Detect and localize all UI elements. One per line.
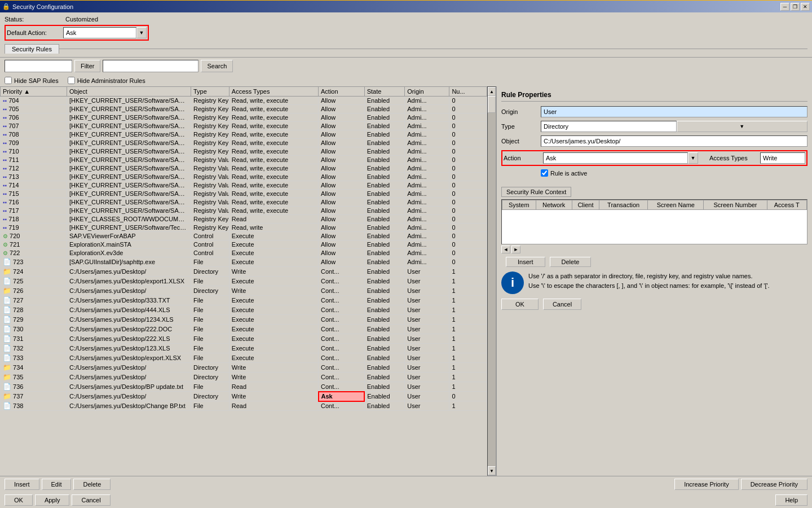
col-action[interactable]: Action <box>319 87 365 97</box>
access-types-input[interactable] <box>760 152 805 164</box>
table-row[interactable]: 📁 726C:/Users/james.yu/Desktop/Directory… <box>1 286 487 296</box>
table-row[interactable]: ▪▪ 711[HKEY_CURRENT_USER/Software/SAP/Kn… <box>1 156 487 164</box>
cell-action: Allow <box>319 147 365 156</box>
table-row[interactable]: 📄 725C:/Users/james.yu/Desktop/export1.X… <box>1 277 487 286</box>
hide-sap-label: Hide SAP Rules <box>14 77 59 84</box>
cell-action: Allow <box>319 249 365 257</box>
title-bar-left: 🔒 Security Configuration <box>2 3 73 10</box>
table-scrollbar[interactable]: ▲ ▼ <box>487 86 496 476</box>
col-object[interactable]: Object <box>67 87 191 97</box>
table-row[interactable]: ▪▪ 719[HKEY_CURRENT_USER/Software/Techni… <box>1 224 487 232</box>
search-button[interactable]: Search <box>201 60 233 72</box>
table-row[interactable]: ▪▪ 704[HKEY_CURRENT_USER/Software/SAP/In… <box>1 97 487 105</box>
hide-sap-checkbox-label[interactable]: Hide SAP Rules <box>5 77 59 84</box>
table-row[interactable]: 📄 723[SAP.GUIInstallDir]/saphttp.exeFile… <box>1 257 487 267</box>
table-row[interactable]: ⚙ 720SAP.VEViewerForABAPControlExecuteAl… <box>1 232 487 240</box>
object-input[interactable] <box>541 135 807 147</box>
table-row[interactable]: ▪▪ 710[HKEY_CURRENT_USER/Software/SAP/IW… <box>1 147 487 156</box>
cell-origin: User <box>405 325 449 334</box>
table-row[interactable]: 📁 734C:/Users/james.yu/Desktop/Directory… <box>1 363 487 373</box>
table-row[interactable]: ▪▪ 718[HKEY_CLASSES_ROOT/WWDOCUMENT]Regi… <box>1 215 487 224</box>
table-row[interactable]: ▪▪ 712[HKEY_CURRENT_USER/Software/SAP/Kn… <box>1 164 487 173</box>
table-row[interactable]: ▪▪ 714[HKEY_CURRENT_USER/Software/SAP/IW… <box>1 181 487 190</box>
action-row: Action ▼ Access Types <box>501 150 807 166</box>
table-row[interactable]: 📄 730C:/Users/james.yu/Desktop/222.DOCFi… <box>1 325 487 334</box>
table-row[interactable]: ▪▪ 707[HKEY_CURRENT_USER/Software/SAP/Kn… <box>1 122 487 130</box>
cell-state: Enabled <box>364 198 405 207</box>
hide-admin-checkbox[interactable] <box>68 77 75 84</box>
table-row[interactable]: 📄 733C:/Users/james.yu/Desktop/export.XL… <box>1 353 487 363</box>
search-input[interactable] <box>103 60 198 72</box>
increase-priority-btn[interactable]: Increase Priority <box>674 479 738 490</box>
table-row[interactable]: ▪▪ 713[HKEY_CURRENT_USER/Software/SAP/Kn… <box>1 173 487 181</box>
scroll-thumb[interactable] <box>488 96 496 113</box>
action-input[interactable] <box>543 152 688 164</box>
table-row[interactable]: 📁 737C:/Users/james.yu/Desktop/Directory… <box>1 392 487 401</box>
type-dropdown-btn[interactable]: ▼ <box>677 121 808 132</box>
action-dropdown-btn[interactable]: ▼ <box>688 152 698 164</box>
table-scroll[interactable]: Priority ▲ Object Type Access Types Acti… <box>0 86 487 476</box>
info-text-line1: Use '/' as a path separator in directory… <box>528 271 770 281</box>
table-row[interactable]: 📄 736C:/Users/james.yu/Desktop/BP update… <box>1 382 487 392</box>
table-row[interactable]: ▪▪ 706[HKEY_CURRENT_USER/Software/SAP/IW… <box>1 113 487 122</box>
context-table-wrap[interactable]: System Network Client Transaction Screen… <box>501 199 807 244</box>
context-scroll-left-btn[interactable]: ◄ <box>501 246 510 253</box>
table-row[interactable]: ⚙ 722ExplorationX.ev3deControlExecuteAll… <box>1 249 487 257</box>
col-origin[interactable]: Origin <box>405 87 449 97</box>
scroll-up-btn[interactable]: ▲ <box>488 87 496 96</box>
cell-origin: Admi... <box>405 156 449 164</box>
ok-panel-btn[interactable]: OK <box>501 299 539 310</box>
table-row[interactable]: 📄 731C:/Users/james.yu/Desktop/222.XLSFi… <box>1 334 487 344</box>
insert-btn[interactable]: Insert <box>5 479 39 490</box>
type-input[interactable] <box>541 121 677 132</box>
context-scroll-right-btn[interactable]: ► <box>511 246 520 253</box>
table-row[interactable]: 📁 724C:/Users/james.yu/Desktop/Directory… <box>1 267 487 277</box>
cancel-panel-btn[interactable]: Cancel <box>543 299 581 310</box>
origin-input[interactable] <box>541 106 807 117</box>
table-row[interactable]: ▪▪ 705[HKEY_CURRENT_USER/Software/SAP/Kn… <box>1 105 487 113</box>
col-num[interactable]: Nu... <box>449 87 487 97</box>
hide-sap-checkbox[interactable] <box>5 77 12 84</box>
filter-input[interactable] <box>5 60 72 72</box>
minimize-button[interactable]: ─ <box>780 3 789 11</box>
cell-priority: ⚙ 722 <box>1 249 67 257</box>
default-action-input[interactable] <box>63 27 136 38</box>
cancel-main-btn[interactable]: Cancel <box>72 494 110 506</box>
cell-state: Enabled <box>364 122 405 130</box>
table-row[interactable]: ▪▪ 716[HKEY_CURRENT_USER/Software/SAP/In… <box>1 198 487 207</box>
default-action-dropdown-btn[interactable]: ▼ <box>136 27 147 38</box>
restore-button[interactable]: ❐ <box>791 3 800 11</box>
cell-access: Execute <box>229 232 318 240</box>
table-row[interactable]: 📄 727C:/Users/james.yu/Desktop/333.TXTFi… <box>1 296 487 305</box>
col-priority[interactable]: Priority ▲ <box>1 87 67 97</box>
table-row[interactable]: 📄 738C:/Users/james.yu/Desktop/Change BP… <box>1 401 487 411</box>
tab-security-rules[interactable]: Security Rules <box>5 44 59 54</box>
apply-main-btn[interactable]: Apply <box>35 494 70 506</box>
rule-active-checkbox[interactable] <box>541 169 548 177</box>
col-state[interactable]: State <box>364 87 405 97</box>
col-type[interactable]: Type <box>191 87 229 97</box>
table-row[interactable]: 📄 728C:/Users/james.yu/Desktop/444.XLSFi… <box>1 305 487 315</box>
decrease-priority-btn[interactable]: Decrease Priority <box>741 479 807 490</box>
edit-btn[interactable]: Edit <box>42 479 72 490</box>
table-row[interactable]: ▪▪ 715[HKEY_CURRENT_USER/Software/SAP/Kn… <box>1 190 487 198</box>
delete-btn[interactable]: Delete <box>73 479 111 490</box>
table-row[interactable]: 📁 735C:/Users/james.yu/Desktop/Directory… <box>1 373 487 382</box>
hide-admin-checkbox-label[interactable]: Hide Administrator Rules <box>68 77 145 84</box>
filter-button[interactable]: Filter <box>74 60 100 72</box>
delete-context-btn[interactable]: Delete <box>550 257 592 267</box>
table-row[interactable]: 📄 732C:/Users/james.yu/Desktop/123.XLSFi… <box>1 344 487 353</box>
table-row[interactable]: ▪▪ 717[HKEY_CURRENT_USER/Software/SAP/Kn… <box>1 207 487 215</box>
col-access-types[interactable]: Access Types <box>229 87 318 97</box>
help-btn[interactable]: Help <box>775 494 807 506</box>
scroll-down-btn[interactable]: ▼ <box>488 466 496 475</box>
table-row[interactable]: ▪▪ 708[HKEY_CURRENT_USER/Software/SAP/In… <box>1 130 487 139</box>
cell-priority: ▪▪ 714 <box>1 181 67 190</box>
close-button[interactable]: ✕ <box>801 3 810 11</box>
table-row[interactable]: ⚙ 721ExplorationX.mainSTAControlExecuteA… <box>1 240 487 249</box>
table-row[interactable]: 📄 729C:/Users/james.yu/Desktop/1234.XLSF… <box>1 315 487 325</box>
info-box: i Use '/' as a path separator in directo… <box>501 269 807 296</box>
ok-main-btn[interactable]: OK <box>5 494 33 506</box>
insert-context-btn[interactable]: Insert <box>506 257 545 267</box>
table-row[interactable]: ▪▪ 709[HKEY_CURRENT_USER/Software/SAP/Kn… <box>1 139 487 147</box>
